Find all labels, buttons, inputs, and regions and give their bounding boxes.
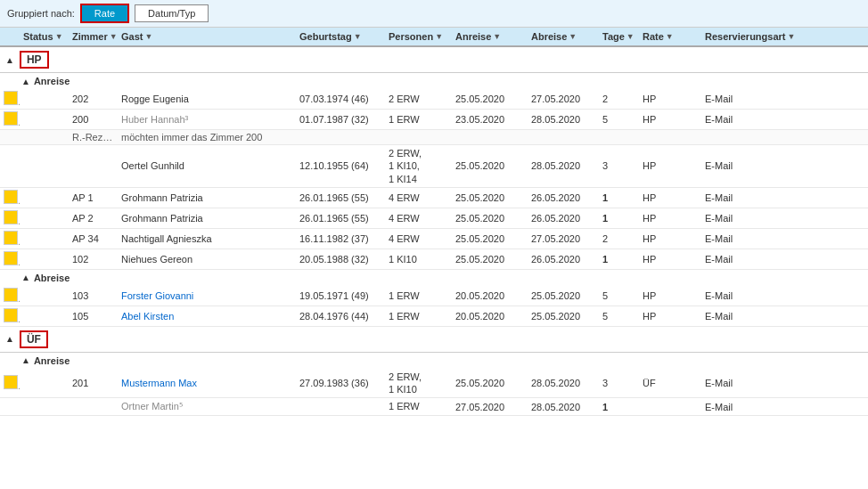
res-art-cell: E-Mail xyxy=(701,310,790,322)
table-row[interactable]: 200Huber Hannah³01.07.1987 (32)1 ERW23.0… xyxy=(0,110,868,130)
datum-typ-button[interactable]: Datum/Typ xyxy=(135,4,209,22)
subgroup-header-HP-0[interactable]: ▲Anreise xyxy=(0,73,868,89)
zimmer-cell: 200 xyxy=(69,113,118,126)
filter-rate-icon: ▼ xyxy=(666,32,674,41)
group-header-HP[interactable]: ▲HP xyxy=(0,47,868,73)
res-art-cell: E-Mail xyxy=(701,93,790,105)
th-res-art[interactable]: Reservierungsart ▼ xyxy=(701,29,790,44)
table-row[interactable]: 105Abel Kirsten28.04.1976 (44)1 ERW20.05… xyxy=(0,306,868,327)
table-row[interactable]: 102Niehues Gereon20.05.1988 (32)1 KI1025… xyxy=(0,249,868,270)
table-row[interactable]: AP 1Grohmann Patrizia26.01.1965 (55)4 ER… xyxy=(0,188,868,208)
content-area: ▲HP▲Anreise202Rogge Eugenia07.03.1974 (4… xyxy=(0,47,868,474)
geburtstag-cell: 12.10.1955 (64) xyxy=(296,159,385,172)
res-art-cell: E-Mail xyxy=(701,289,790,302)
note-status-spacer xyxy=(20,131,69,143)
th-anreise[interactable]: Anreise ▼ xyxy=(452,29,528,44)
abreise-cell: 28.05.2020 xyxy=(528,401,599,413)
table-row[interactable]: Ortner Martin⁵1 ERW27.05.202028.05.20201… xyxy=(0,398,868,415)
abreise-cell: 27.05.2020 xyxy=(528,232,599,245)
th-zimmer[interactable]: Zimmer ▼ xyxy=(69,29,118,44)
tage-cell: 1 xyxy=(599,192,639,204)
gast-cell: Abel Kirsten xyxy=(118,310,296,322)
th-tage[interactable]: Tage ▼ xyxy=(599,29,639,44)
zimmer-cell xyxy=(69,165,118,167)
note-icon-spacer xyxy=(0,131,20,143)
group-header-UF[interactable]: ▲ÜF xyxy=(0,327,868,353)
rate-button[interactable]: Rate xyxy=(80,4,129,23)
geburtstag-cell: 07.03.1974 (46) xyxy=(296,93,385,105)
anreise-cell: 25.05.2020 xyxy=(452,212,528,224)
abreise-cell: 28.05.2020 xyxy=(528,159,599,172)
table-row[interactable]: AP 34Nachtigall Agnieszka16.11.1982 (37)… xyxy=(0,229,868,249)
subgroup-label: Abreise xyxy=(34,273,70,283)
zimmer-cell: 102 xyxy=(69,253,118,265)
th-rate[interactable]: Rate ▼ xyxy=(639,29,701,44)
anreise-cell: 25.05.2020 xyxy=(452,93,528,105)
row-icon-cell xyxy=(0,250,20,268)
filter-anreise-icon: ▼ xyxy=(493,32,501,41)
row-icon-cell xyxy=(0,307,20,325)
table-row[interactable]: 201Mustermann Max27.09.1983 (36)2 ERW, 1… xyxy=(0,369,868,399)
personen-cell: 2 ERW, 1 KI10, 1 KI14 xyxy=(385,146,452,186)
filter-res-icon: ▼ xyxy=(788,32,796,41)
subgroup-toggle: ▲ xyxy=(21,77,30,86)
anreise-cell: 20.05.2020 xyxy=(452,289,528,302)
th-personen[interactable]: Personen ▼ xyxy=(385,29,452,44)
anreise-cell: 27.05.2020 xyxy=(452,401,528,413)
table-row[interactable]: 103Forster Giovanni19.05.1971 (49)1 ERW2… xyxy=(0,286,868,306)
table-row[interactable]: AP 2Grohmann Patrizia26.01.1965 (55)4 ER… xyxy=(0,208,868,229)
row-icon-cell xyxy=(0,374,20,392)
row-icon-cell xyxy=(0,230,20,248)
group-label-UF: ÜF xyxy=(20,330,48,348)
note-row: R.-Rezeption: möchten immer das Zimmer 2… xyxy=(0,130,868,145)
personen-cell: 1 ERW xyxy=(385,309,452,323)
zimmer-cell: AP 34 xyxy=(69,232,118,245)
table-row[interactable]: Oertel Gunhild12.10.1955 (64)2 ERW, 1 KI… xyxy=(0,145,868,188)
filter-zimmer-icon: ▼ xyxy=(110,32,118,41)
anreise-cell: 23.05.2020 xyxy=(452,113,528,126)
status-cell xyxy=(20,118,69,120)
rate-cell xyxy=(639,406,701,408)
tage-cell: 1 xyxy=(599,253,639,265)
table-row[interactable]: 202Rogge Eugenia07.03.1974 (46)2 ERW25.0… xyxy=(0,89,868,110)
subgroup-label: Anreise xyxy=(34,76,70,86)
gast-cell: Grohmann Patrizia xyxy=(118,192,296,204)
toolbar-label: Gruppiert nach: xyxy=(7,8,75,19)
geburtstag-cell: 26.01.1965 (55) xyxy=(296,212,385,224)
geburtstag-cell: 27.09.1983 (36) xyxy=(296,377,385,389)
filter-abreise-icon: ▼ xyxy=(569,32,577,41)
th-gast[interactable]: Gast ▼ xyxy=(118,29,296,44)
geburtstag-cell: 20.05.1988 (32) xyxy=(296,253,385,265)
personen-cell: 4 ERW xyxy=(385,211,452,225)
personen-cell: 2 ERW xyxy=(385,92,452,106)
th-abreise[interactable]: Abreise ▼ xyxy=(528,29,599,44)
row-icon-cell xyxy=(0,110,20,128)
geburtstag-cell: 28.04.1976 (44) xyxy=(296,310,385,322)
res-art-cell: E-Mail xyxy=(701,232,790,245)
gast-cell: Grohmann Patrizia xyxy=(118,212,296,224)
zimmer-cell: 202 xyxy=(69,93,118,105)
status-cell xyxy=(20,295,69,297)
th-geburtstag[interactable]: Geburtstag ▼ xyxy=(296,29,385,44)
status-cell xyxy=(20,217,69,219)
th-status[interactable]: Status ▼ xyxy=(20,29,69,44)
abreise-cell: 26.05.2020 xyxy=(528,253,599,265)
tage-cell: 1 xyxy=(599,212,639,224)
tage-cell: 3 xyxy=(599,377,639,389)
abreise-cell: 25.05.2020 xyxy=(528,289,599,302)
row-icon-cell xyxy=(0,165,20,167)
tage-cell: 3 xyxy=(599,159,639,172)
geburtstag-cell xyxy=(296,406,385,408)
group-label-HP: HP xyxy=(20,51,49,69)
subgroup-header-UF-0[interactable]: ▲Anreise xyxy=(0,353,868,369)
tage-cell: 2 xyxy=(599,93,639,105)
tage-cell: 5 xyxy=(599,310,639,322)
rate-cell: ÜF xyxy=(639,377,701,389)
rate-cell: HP xyxy=(639,113,701,126)
status-cell xyxy=(20,197,69,199)
res-art-cell: E-Mail xyxy=(701,113,790,126)
tage-cell: 1 xyxy=(599,401,639,413)
zimmer-cell: AP 2 xyxy=(69,212,118,224)
row-icon-cell xyxy=(0,209,20,227)
subgroup-header-HP-1[interactable]: ▲Abreise xyxy=(0,270,868,286)
